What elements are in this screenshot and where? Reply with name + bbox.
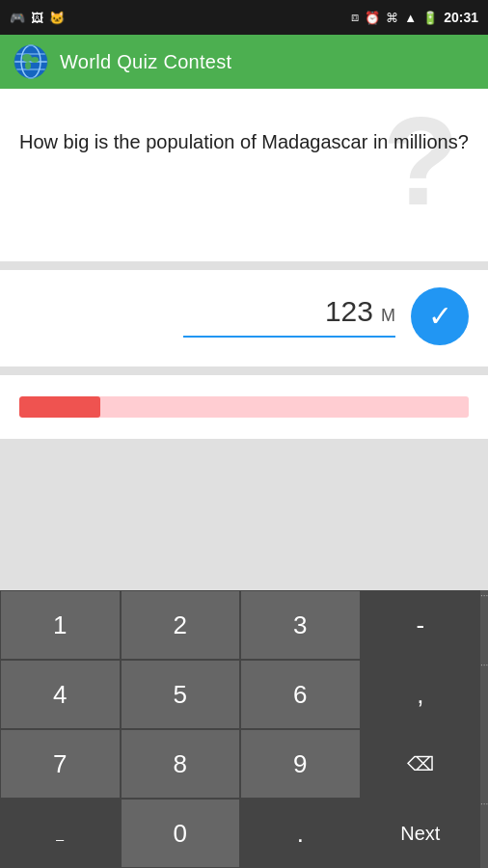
checkmark-icon: ✓ [428, 302, 452, 331]
app-title: World Quiz Contest [60, 51, 231, 73]
key-4[interactable]: 4 [0, 660, 121, 729]
bluetooth-icon: ⧈ [351, 10, 359, 25]
key-9[interactable]: 9 [240, 729, 361, 799]
keyboard-row-2: 4 5 6 , ··· [0, 660, 488, 729]
app-bar: World Quiz Contest [0, 35, 488, 89]
key-3[interactable]: 3 [240, 590, 361, 660]
key-5[interactable]: 5 [121, 660, 241, 729]
keyboard-dots-2: ··· [480, 660, 488, 729]
keyboard-row-1: 1 2 3 - ··· [0, 590, 488, 660]
signal-icon: ▲ [404, 11, 417, 25]
answer-value-row: 123 M [325, 295, 395, 328]
key-6[interactable]: 6 [240, 660, 361, 729]
battery-icon: 🔋 [422, 11, 438, 25]
keyboard-row-4: _ 0 . Next ··· [0, 799, 488, 868]
svg-point-7 [31, 57, 39, 63]
key-space[interactable]: _ [0, 799, 121, 868]
status-icons-right: ⧈ ⏰ ⌘ ▲ 🔋 20:31 [351, 10, 478, 25]
svg-point-6 [22, 54, 32, 62]
key-minus[interactable]: - [361, 590, 481, 660]
svg-point-8 [25, 62, 31, 69]
key-7[interactable]: 7 [0, 729, 121, 799]
key-period[interactable]: . [240, 799, 361, 868]
keyboard: 1 2 3 - ··· 4 5 6 , ··· 7 8 9 ⌫ _ 0 . Ne… [0, 590, 488, 868]
status-icons-left: 🎮 🖼 🐱 [10, 11, 65, 25]
key-1[interactable]: 1 [0, 590, 121, 660]
wifi-icon: ⌘ [386, 11, 398, 25]
status-bar: 🎮 🖼 🐱 ⧈ ⏰ ⌘ ▲ 🔋 20:31 [0, 0, 488, 35]
answer-unit: M [381, 306, 395, 326]
alarm-icon: ⏰ [365, 11, 380, 25]
keyboard-dots-3 [480, 729, 488, 799]
image-icon: 🖼 [31, 11, 43, 25]
question-card: ? How big is the population of Madagasca… [0, 89, 488, 262]
next-button[interactable]: Next [361, 799, 481, 868]
answer-number: 123 [325, 295, 373, 328]
progress-bar-background [19, 396, 469, 418]
key-8[interactable]: 8 [121, 729, 241, 799]
globe-icon [14, 44, 48, 79]
check-button[interactable]: ✓ [411, 287, 469, 345]
question-text: How big is the population of Madagascar … [19, 108, 469, 156]
key-0[interactable]: 0 [121, 799, 241, 868]
keyboard-row-3: 7 8 9 ⌫ [0, 729, 488, 799]
status-time: 20:31 [444, 10, 478, 25]
answer-input-area: 123 M [19, 295, 395, 338]
key-comma[interactable]: , [361, 660, 481, 729]
answer-underline [183, 336, 395, 338]
gamepad-icon: 🎮 [10, 11, 25, 25]
key-2[interactable]: 2 [121, 590, 241, 660]
keyboard-dots-4: ··· [480, 799, 488, 868]
key-backspace[interactable]: ⌫ [361, 729, 481, 799]
cat-icon: 🐱 [49, 11, 65, 25]
keyboard-dots-1: ··· [480, 590, 488, 660]
answer-card: 123 M ✓ [0, 270, 488, 367]
progress-card [0, 375, 488, 440]
progress-bar-fill [19, 396, 100, 418]
